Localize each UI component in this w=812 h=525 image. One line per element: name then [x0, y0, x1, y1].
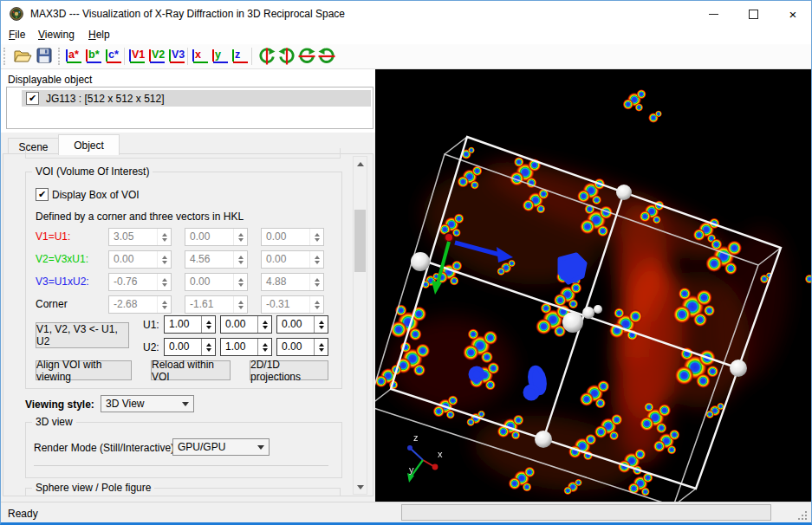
u1-label: U1: [143, 319, 159, 331]
v3-row-label: V3=U1xU2: [36, 275, 89, 288]
save-floppy-icon [36, 47, 53, 64]
v2-row-label: V2=V3xU1: [36, 253, 88, 265]
object-visibility-checkbox[interactable]: ✔ [26, 92, 39, 105]
v2-vector-button[interactable]: V2 [148, 47, 167, 66]
v3-z-spinbox[interactable]: 4.88 [261, 273, 324, 291]
panel-scrollbar[interactable] [353, 156, 367, 495]
minimize-icon [709, 14, 718, 15]
z-axis-label: z [413, 432, 419, 443]
x-axis-view-button[interactable]: x [192, 47, 211, 66]
spin-buttons[interactable] [157, 251, 171, 268]
set-v-from-u-button[interactable]: V1, V2, V3 <- U1, U2 [36, 322, 129, 348]
v1-x-spinbox[interactable]: 3.05 [108, 228, 172, 246]
view-3d-group-title: 3D view [32, 416, 76, 428]
app-icon [10, 7, 23, 21]
v1-z-spinbox[interactable]: 0.00 [261, 228, 324, 246]
rotate-cw-vertical-button[interactable] [257, 47, 276, 66]
reload-within-voi-button[interactable]: Reload within VOI [151, 360, 231, 380]
minimize-button[interactable] [693, 1, 733, 27]
menu-file[interactable]: File [9, 29, 25, 41]
spin-buttons[interactable] [309, 251, 323, 268]
rotate-cw-horizontal-icon [297, 47, 316, 66]
u1-y-spinbox[interactable]: 0.00 [220, 315, 272, 334]
menu-viewing[interactable]: Viewing [38, 29, 75, 41]
spin-buttons[interactable] [201, 339, 215, 355]
rotate-ccw-horizontal-button[interactable] [317, 47, 336, 66]
viewing-style-label: Viewing style: [25, 399, 94, 411]
y-axis-view-button[interactable]: y [211, 47, 231, 66]
scrollbar-up-button[interactable] [354, 157, 367, 171]
toolbar-separator [187, 48, 188, 65]
spin-buttons[interactable] [314, 316, 328, 333]
spin-buttons[interactable] [309, 229, 323, 245]
spin-buttons[interactable] [309, 274, 323, 290]
toolbar-gripper[interactable] [3, 48, 8, 65]
menu-help[interactable]: Help [88, 29, 110, 41]
rotate-cw-horizontal-button[interactable] [297, 47, 316, 66]
spin-buttons[interactable] [233, 296, 247, 313]
menu-bar [1, 27, 811, 44]
v3-x-spinbox[interactable]: -0.76 [108, 273, 172, 291]
v2-x-spinbox[interactable]: 0.00 [108, 250, 172, 269]
close-icon: × [789, 7, 797, 22]
v3-vector-button[interactable]: V3 [168, 47, 187, 66]
spin-buttons[interactable] [157, 229, 171, 245]
spin-buttons[interactable] [233, 229, 247, 245]
save-button[interactable] [36, 47, 55, 66]
sphere-view-group-title: Sphere view / Pole figure [32, 482, 154, 494]
u2-x-spinbox[interactable]: 0.00 [164, 338, 216, 356]
toolbar-separator [124, 48, 125, 65]
v1-vector-button[interactable]: V1 [128, 47, 147, 66]
open-file-button[interactable] [13, 47, 32, 66]
corner-z-spinbox[interactable]: -0.31 [261, 295, 324, 314]
x-axis-tip [432, 464, 438, 470]
resize-grip[interactable] [797, 510, 808, 521]
spin-buttons[interactable] [314, 339, 328, 355]
list-item[interactable]: ✔ JG113 : [512 x 512 x 512] [22, 90, 371, 107]
c-star-axis-button[interactable]: c* [105, 47, 124, 66]
spin-buttons[interactable] [309, 296, 323, 313]
projections-button[interactable]: 2D/1D projections [250, 360, 328, 380]
v3-y-spinbox[interactable]: 0.00 [185, 273, 248, 291]
maximize-button[interactable] [733, 1, 773, 27]
u2-y-spinbox[interactable]: 1.00 [220, 338, 272, 356]
display-box-voi-checkbox[interactable]: ✔ [36, 188, 49, 201]
u1-x-spinbox[interactable]: 1.00 [164, 315, 216, 334]
reciprocal-space-3d-viewport[interactable]: z x y [375, 69, 811, 502]
spin-buttons[interactable] [157, 274, 171, 290]
scrollbar-thumb[interactable] [354, 210, 366, 272]
z-axis-view-button[interactable]: z [231, 47, 250, 66]
a-star-axis-button[interactable]: a* [65, 47, 84, 66]
scrollbar-down-button[interactable] [354, 480, 367, 494]
title-bar[interactable]: MAX3D --- Visualization of X-Ray Diffrac… [1, 1, 811, 27]
u1-z-spinbox[interactable]: 0.00 [276, 315, 328, 334]
spin-buttons[interactable] [233, 274, 247, 290]
menu-help-mnemonic: H [88, 29, 96, 41]
align-voi-button[interactable]: Align VOI with viewing [36, 360, 132, 380]
v1-y-spinbox[interactable]: 0.00 [185, 228, 248, 246]
corner-x-spinbox[interactable]: -2.68 [108, 295, 172, 314]
spin-buttons[interactable] [201, 316, 215, 333]
spin-buttons[interactable] [257, 316, 271, 333]
maximize-icon [749, 10, 758, 19]
spin-buttons[interactable] [157, 296, 171, 313]
chevron-up-icon [357, 162, 364, 166]
b-star-axis-button[interactable]: b* [85, 47, 104, 66]
spin-buttons[interactable] [257, 339, 271, 355]
tab-object[interactable]: Object [58, 134, 120, 155]
corner-y-spinbox[interactable]: -1.61 [185, 295, 248, 314]
v2-y-spinbox[interactable]: 4.56 [185, 250, 248, 269]
viewing-style-combobox[interactable]: 3D View [101, 395, 194, 412]
objects-section-title: Displayable object [8, 74, 92, 86]
spin-buttons[interactable] [233, 251, 247, 268]
u2-z-spinbox[interactable]: 0.00 [276, 338, 328, 356]
close-button[interactable]: × [773, 1, 812, 27]
toolbar-gripper[interactable] [58, 48, 62, 65]
u2-label: U2: [143, 341, 159, 353]
render-mode-combobox[interactable]: GPU/GPU [172, 438, 270, 456]
separator-line [34, 465, 328, 466]
displayable-object-list[interactable]: ✔ JG113 : [512 x 512 x 512] [6, 87, 374, 129]
rotate-ccw-vertical-button[interactable] [277, 47, 296, 66]
app-window: MAX3D --- Visualization of X-Ray Diffrac… [0, 0, 812, 525]
v2-z-spinbox[interactable]: 0.00 [261, 250, 324, 269]
